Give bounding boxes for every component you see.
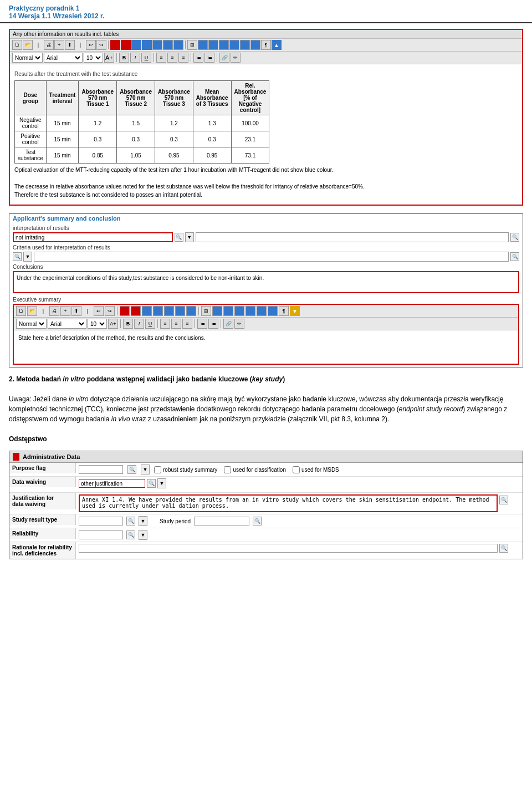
arrow-up-btn[interactable]: ⬆ — [65, 40, 75, 50]
exec-italic-btn[interactable]: I — [134, 319, 144, 329]
conclusions-text[interactable]: Under the experimental conditions of thi… — [13, 271, 519, 293]
interpretation-input[interactable] — [13, 232, 173, 242]
exec-underline-btn[interactable]: U — [145, 319, 155, 329]
blue-btn6[interactable] — [198, 40, 208, 50]
print-btn[interactable]: 🖨 — [44, 40, 54, 50]
exec-b9[interactable] — [245, 306, 255, 316]
exec-blue3[interactable] — [164, 306, 174, 316]
study-period-input[interactable] — [194, 517, 249, 525]
exec-font-grow[interactable]: A+ — [108, 319, 118, 329]
exec-red2[interactable] — [131, 306, 141, 316]
blue-btn8[interactable] — [219, 40, 229, 50]
italic-btn-1[interactable]: I — [130, 53, 140, 63]
exec-open-btn[interactable]: 📂 — [27, 306, 37, 316]
link-btn-1[interactable]: 🔗 — [219, 53, 229, 63]
reliability-search[interactable]: 🔍 — [126, 530, 135, 539]
blue-btn9[interactable] — [229, 40, 239, 50]
justification-search[interactable]: 🔍 — [499, 496, 508, 504]
interpretation-dropdown-btn[interactable]: ▼ — [185, 232, 194, 242]
purpose-dropdown-btn[interactable]: ▼ — [141, 465, 150, 474]
exec-print-btn[interactable]: 🖨 — [49, 306, 59, 316]
blue-btn10[interactable] — [240, 40, 250, 50]
red-btn2[interactable] — [121, 40, 131, 50]
font-grow-btn[interactable]: A+ — [104, 53, 114, 63]
exec-red1[interactable] — [120, 306, 130, 316]
undo-btn[interactable]: ↩ — [86, 40, 96, 50]
blue-btn5[interactable] — [173, 40, 183, 50]
table-btn[interactable]: ⊞ — [187, 40, 197, 50]
exec-arrow-btn[interactable]: ⬆ — [71, 306, 81, 316]
reliability-dropdown[interactable]: ▼ — [139, 530, 147, 540]
blue-btn1[interactable] — [131, 40, 141, 50]
align-center-btn-1[interactable]: ≡ — [167, 53, 177, 63]
criteria-dropdown-btn[interactable]: ▼ — [23, 252, 32, 262]
exec-b11[interactable] — [268, 306, 278, 316]
blue-btn4[interactable] — [163, 40, 173, 50]
collapse-btn[interactable]: ▲ — [272, 40, 282, 50]
checkbox-robust-input[interactable] — [154, 466, 161, 473]
exec-add-btn[interactable]: + — [60, 306, 70, 316]
purpose-search-btn[interactable]: 🔍 — [127, 465, 136, 474]
criteria-search-btn2[interactable]: 🔍 — [510, 252, 519, 261]
checkbox-classification-input[interactable] — [224, 466, 231, 473]
list-unordered-btn-1[interactable]: ≔ — [204, 53, 214, 63]
exec-blue5[interactable] — [186, 306, 196, 316]
interpretation-search-btn[interactable]: 🔍 — [175, 233, 183, 242]
study-result-search[interactable]: 🔍 — [126, 517, 135, 525]
exec-align-center[interactable]: ≡ — [171, 319, 181, 329]
add-btn[interactable]: + — [54, 40, 64, 50]
blue-btn2[interactable] — [142, 40, 152, 50]
exec-font-select[interactable]: Arial — [48, 319, 86, 329]
open-btn[interactable]: 📂 — [23, 40, 33, 50]
new-btn[interactable]: 🗋 — [12, 40, 22, 50]
list-ordered-btn-1[interactable]: ≔ — [193, 53, 203, 63]
exec-summary-content[interactable]: State here a brief description of the me… — [14, 330, 518, 364]
align-left-btn-1[interactable]: ≡ — [156, 53, 166, 63]
study-result-dropdown[interactable]: ▼ — [139, 516, 147, 526]
red-btn1[interactable] — [110, 40, 120, 50]
rationale-search[interactable]: 🔍 — [499, 544, 508, 553]
style-select-1[interactable]: Normal — [12, 53, 43, 63]
exec-b7[interactable] — [223, 306, 233, 316]
exec-blue4[interactable] — [175, 306, 185, 316]
underline-btn-1[interactable]: U — [141, 53, 151, 63]
exec-blue2[interactable] — [153, 306, 163, 316]
editor-content-1[interactable]: Results after the treatment with the tes… — [10, 64, 522, 205]
para-btn[interactable]: ¶ — [261, 40, 271, 50]
exec-blue1[interactable] — [142, 306, 152, 316]
exec-size-select[interactable]: 10 — [88, 319, 107, 329]
exec-collapse-btn[interactable]: ▼ — [290, 306, 300, 316]
exec-b10[interactable] — [257, 306, 267, 316]
exec-undo-btn[interactable]: ↩ — [94, 306, 104, 316]
exec-align-right[interactable]: ≡ — [182, 319, 192, 329]
exec-align-left[interactable]: ≡ — [160, 319, 170, 329]
highlight-btn-1[interactable]: ✏ — [231, 53, 241, 63]
exec-new-btn[interactable]: 🗋 — [16, 306, 26, 316]
blue-btn11[interactable] — [250, 40, 260, 50]
study-result-input[interactable] — [79, 517, 123, 525]
checkbox-msds-input[interactable] — [293, 466, 300, 473]
exec-para-btn[interactable]: ¶ — [279, 306, 289, 316]
exec-list-unordered[interactable]: ≔ — [208, 319, 218, 329]
justification-textarea[interactable]: Annex XI 1.4. We have provided the resul… — [79, 494, 498, 512]
redo-btn[interactable]: ↪ — [96, 40, 106, 50]
font-select-1[interactable]: Arial — [44, 53, 83, 63]
blue-btn3[interactable] — [152, 40, 162, 50]
rationale-input[interactable] — [79, 544, 498, 553]
exec-highlight-btn[interactable]: ✏ — [234, 319, 244, 329]
exec-bold-btn[interactable]: B — [123, 319, 133, 329]
criteria-input[interactable] — [34, 252, 509, 262]
data-waiving-search[interactable]: 🔍 — [147, 479, 156, 488]
data-waiving-input[interactable] — [79, 479, 145, 488]
study-period-search[interactable]: 🔍 — [253, 517, 262, 525]
criteria-search-btn[interactable]: 🔍 — [13, 252, 22, 261]
exec-b6[interactable] — [212, 306, 222, 316]
bold-btn-1[interactable]: B — [119, 53, 129, 63]
blue-btn7[interactable] — [208, 40, 218, 50]
align-right-btn-1[interactable]: ≡ — [178, 53, 188, 63]
exec-redo-btn[interactable]: ↪ — [105, 306, 115, 316]
exec-b8[interactable] — [234, 306, 244, 316]
interpretation-search-btn2[interactable]: 🔍 — [510, 233, 519, 242]
interpretation-extra-input[interactable] — [196, 232, 509, 242]
reliability-input[interactable] — [79, 530, 123, 539]
